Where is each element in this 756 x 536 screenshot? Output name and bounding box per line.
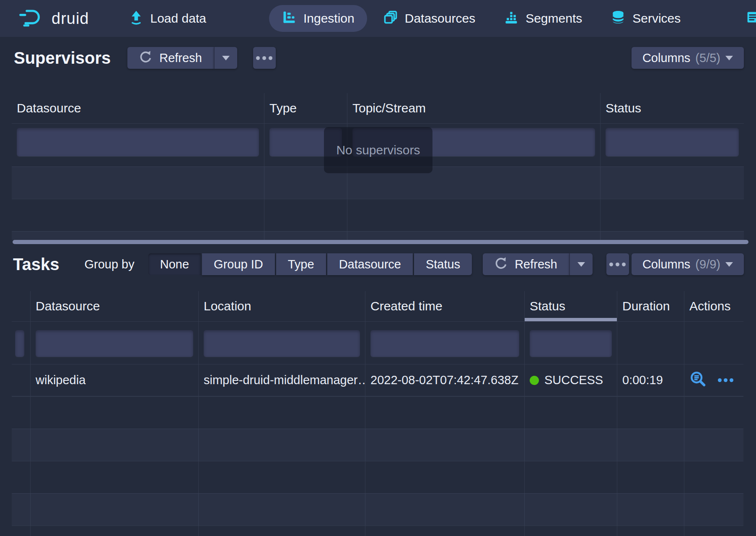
supervisors-table-header-row: Datasource Type Topic/Stream Status: [12, 93, 744, 123]
columns-count: (9/9): [695, 258, 720, 271]
supervisors-refresh-button[interactable]: Refresh: [127, 47, 214, 69]
tasks-filter-row: [12, 321, 743, 364]
row-more-actions-icon[interactable]: [718, 378, 733, 382]
task-location: simple-druid-middlemanager…: [198, 364, 365, 396]
database-icon: [611, 10, 626, 28]
upload-icon: [129, 10, 144, 28]
refresh-icon: [139, 50, 153, 66]
group-by-datasource-button[interactable]: Datasource: [327, 253, 413, 275]
group-by-type-button[interactable]: Type: [276, 253, 326, 275]
column-header-status[interactable]: Status: [600, 93, 744, 123]
tasks-table: Datasource Location Created time Status …: [12, 291, 743, 536]
columns-label: Columns: [642, 51, 690, 65]
empty-table-row: [12, 429, 743, 461]
columns-label: Columns: [642, 258, 690, 271]
more-icon: [256, 56, 260, 60]
group-by-none-button[interactable]: None: [148, 253, 201, 275]
status-label: SUCCESS: [544, 373, 603, 387]
supervisors-refresh-caret-button[interactable]: [214, 47, 237, 69]
supervisors-columns-button[interactable]: Columns (5/5): [632, 47, 744, 69]
empty-table-row: [12, 526, 743, 536]
column-header-datasource[interactable]: Datasource: [30, 291, 198, 321]
empty-table-row: [12, 396, 743, 429]
nav-item-segments[interactable]: Segments: [501, 5, 585, 32]
tasks-refresh-button[interactable]: Refresh: [483, 253, 569, 275]
task-row-wikipedia[interactable]: wikipedia simple-druid-middlemanager… 20…: [12, 364, 743, 396]
group-by-group-id-button[interactable]: Group ID: [202, 253, 275, 275]
tasks-columns-button[interactable]: Columns (9/9): [632, 253, 744, 275]
nav-item-label: Datasources: [405, 11, 475, 26]
tasks-title: Tasks: [13, 255, 59, 274]
supervisors-refresh-split-button: Refresh: [127, 47, 237, 69]
location-filter-input[interactable]: [204, 330, 360, 357]
datasource-filter-input[interactable]: [36, 330, 193, 357]
group-by-label: Group by: [84, 258, 134, 271]
empty-table-row: [12, 199, 744, 231]
druid-logo-text: druid: [52, 10, 89, 28]
tasks-refresh-split-button: Refresh: [483, 253, 593, 275]
nav-item-ingestion-active[interactable]: Ingestion: [269, 5, 367, 32]
datasource-filter-input[interactable]: [17, 128, 259, 156]
no-supervisors-message: No supervisors: [324, 127, 432, 173]
columns-count: (5/5): [695, 51, 720, 65]
column-header-created-time[interactable]: Created time: [365, 291, 524, 321]
supervisors-more-button[interactable]: [253, 47, 276, 69]
top-nav: druid Load data Ingestion Datasources: [0, 0, 756, 37]
column-header-datasource[interactable]: Datasource: [12, 93, 264, 123]
created-time-filter-input[interactable]: [370, 330, 519, 357]
group-by-segmented-control: None Group ID Type Datasource Status: [148, 253, 472, 275]
refresh-label: Refresh: [515, 258, 557, 271]
tasks-more-button[interactable]: [606, 253, 629, 275]
stacked-bars-icon: [504, 10, 519, 28]
supervisors-title: Supervisors: [14, 49, 111, 68]
column-header-duration[interactable]: Duration: [617, 291, 684, 321]
nav-item-label: Services: [632, 11, 681, 26]
empty-table-row: [12, 493, 743, 526]
console-icon: [746, 10, 756, 28]
status-filter-input[interactable]: [606, 128, 739, 156]
tasks-toolbar: Tasks Group by None Group ID Type Dataso…: [13, 251, 744, 278]
chevron-down-icon: [725, 262, 733, 267]
column-header-actions[interactable]: Actions: [684, 291, 743, 321]
empty-table-row: [12, 231, 744, 240]
stacked-squares-icon: [383, 10, 398, 28]
supervisors-toolbar: Supervisors Refresh Columns (5/5): [14, 46, 744, 70]
more-icon: [609, 263, 613, 266]
nav-item-load-data[interactable]: Load data: [126, 5, 209, 32]
chevron-down-icon: [577, 262, 585, 267]
druid-logo[interactable]: druid: [18, 8, 89, 29]
task-actions: [684, 364, 743, 396]
column-header-status-sorted[interactable]: Status: [524, 291, 617, 321]
column-header-location[interactable]: Location: [198, 291, 365, 321]
tasks-refresh-caret-button[interactable]: [569, 253, 593, 275]
tasks-table-header-row: Datasource Location Created time Status …: [12, 291, 743, 321]
nav-item-datasources[interactable]: Datasources: [381, 5, 478, 32]
refresh-label: Refresh: [159, 51, 202, 65]
nav-item-label: Ingestion: [303, 11, 355, 26]
status-filter-input[interactable]: [530, 330, 612, 357]
nav-item-label: Load data: [150, 11, 206, 26]
group-by-status-button[interactable]: Status: [414, 253, 472, 275]
nav-item-services[interactable]: Services: [608, 5, 683, 32]
refresh-icon: [495, 256, 508, 273]
nav-item-label: Segments: [526, 11, 582, 26]
chevron-down-icon: [222, 56, 230, 60]
column-header-hidden: [12, 291, 30, 321]
search-detail-icon[interactable]: [689, 370, 706, 390]
druid-logo-icon: [18, 8, 45, 29]
task-duration: 0:00:19: [617, 364, 684, 396]
empty-table-row: [12, 461, 743, 493]
hidden-column-filter-input[interactable]: [15, 330, 24, 357]
supervisors-table: Datasource Type Topic/Stream Status No s…: [12, 93, 744, 240]
task-status: SUCCESS: [524, 364, 617, 396]
column-header-topic-stream[interactable]: Topic/Stream: [347, 93, 600, 123]
chevron-down-icon: [725, 56, 733, 60]
column-header-type[interactable]: Type: [264, 93, 347, 123]
horizontal-scrollbar[interactable]: [13, 240, 748, 244]
task-datasource: wikipedia: [30, 364, 198, 396]
task-created-time: 2022-08-02T07:42:47.638Z: [365, 364, 524, 396]
gantt-chart-icon: [282, 10, 297, 28]
nav-item-query[interactable]: Query: [743, 5, 756, 32]
success-status-dot: [530, 376, 539, 385]
